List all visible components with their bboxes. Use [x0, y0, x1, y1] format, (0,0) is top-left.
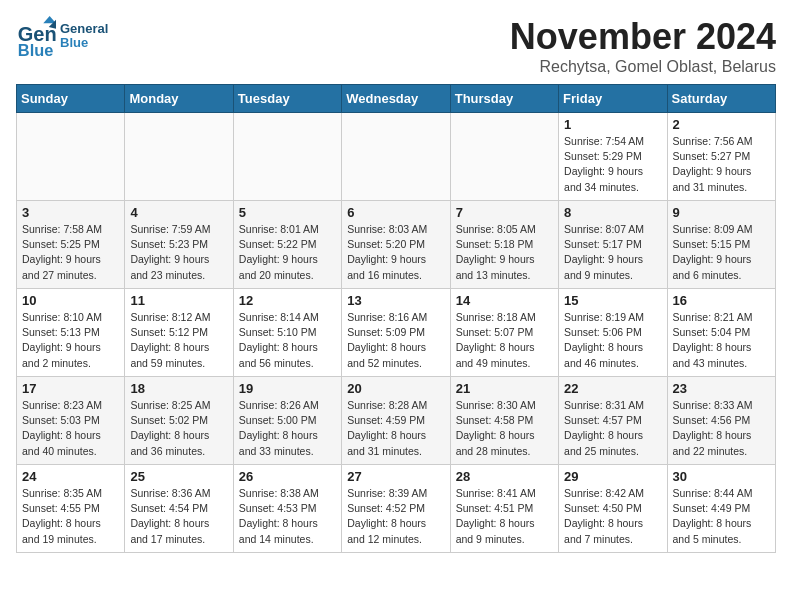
header-friday: Friday	[559, 85, 667, 113]
calendar-cell: 21Sunrise: 8:30 AM Sunset: 4:58 PM Dayli…	[450, 377, 558, 465]
day-number: 8	[564, 205, 661, 220]
calendar-cell	[342, 113, 450, 201]
calendar-cell: 14Sunrise: 8:18 AM Sunset: 5:07 PM Dayli…	[450, 289, 558, 377]
day-number: 21	[456, 381, 553, 396]
calendar-cell	[450, 113, 558, 201]
day-info: Sunrise: 8:38 AM Sunset: 4:53 PM Dayligh…	[239, 486, 336, 547]
calendar-week-2: 10Sunrise: 8:10 AM Sunset: 5:13 PM Dayli…	[17, 289, 776, 377]
day-info: Sunrise: 8:23 AM Sunset: 5:03 PM Dayligh…	[22, 398, 119, 459]
calendar-cell: 29Sunrise: 8:42 AM Sunset: 4:50 PM Dayli…	[559, 465, 667, 553]
day-number: 2	[673, 117, 770, 132]
calendar-cell: 9Sunrise: 8:09 AM Sunset: 5:15 PM Daylig…	[667, 201, 775, 289]
day-info: Sunrise: 8:03 AM Sunset: 5:20 PM Dayligh…	[347, 222, 444, 283]
day-number: 27	[347, 469, 444, 484]
location-title: Rechytsa, Gomel Oblast, Belarus	[510, 58, 776, 76]
calendar-header-row: SundayMondayTuesdayWednesdayThursdayFrid…	[17, 85, 776, 113]
header-thursday: Thursday	[450, 85, 558, 113]
day-number: 15	[564, 293, 661, 308]
svg-text:Blue: Blue	[18, 41, 53, 56]
day-info: Sunrise: 8:42 AM Sunset: 4:50 PM Dayligh…	[564, 486, 661, 547]
day-info: Sunrise: 8:07 AM Sunset: 5:17 PM Dayligh…	[564, 222, 661, 283]
day-number: 10	[22, 293, 119, 308]
day-info: Sunrise: 8:41 AM Sunset: 4:51 PM Dayligh…	[456, 486, 553, 547]
calendar-cell: 3Sunrise: 7:58 AM Sunset: 5:25 PM Daylig…	[17, 201, 125, 289]
day-number: 19	[239, 381, 336, 396]
calendar-cell	[125, 113, 233, 201]
calendar-cell: 23Sunrise: 8:33 AM Sunset: 4:56 PM Dayli…	[667, 377, 775, 465]
day-number: 1	[564, 117, 661, 132]
header-monday: Monday	[125, 85, 233, 113]
day-number: 14	[456, 293, 553, 308]
day-number: 22	[564, 381, 661, 396]
day-info: Sunrise: 7:54 AM Sunset: 5:29 PM Dayligh…	[564, 134, 661, 195]
day-info: Sunrise: 8:35 AM Sunset: 4:55 PM Dayligh…	[22, 486, 119, 547]
day-number: 18	[130, 381, 227, 396]
day-number: 6	[347, 205, 444, 220]
day-info: Sunrise: 8:18 AM Sunset: 5:07 PM Dayligh…	[456, 310, 553, 371]
day-info: Sunrise: 8:12 AM Sunset: 5:12 PM Dayligh…	[130, 310, 227, 371]
day-info: Sunrise: 8:30 AM Sunset: 4:58 PM Dayligh…	[456, 398, 553, 459]
day-info: Sunrise: 8:10 AM Sunset: 5:13 PM Dayligh…	[22, 310, 119, 371]
month-title: November 2024	[510, 16, 776, 58]
day-info: Sunrise: 8:09 AM Sunset: 5:15 PM Dayligh…	[673, 222, 770, 283]
logo: General Blue General Blue	[16, 16, 108, 56]
day-info: Sunrise: 8:14 AM Sunset: 5:10 PM Dayligh…	[239, 310, 336, 371]
header-wednesday: Wednesday	[342, 85, 450, 113]
calendar-cell: 8Sunrise: 8:07 AM Sunset: 5:17 PM Daylig…	[559, 201, 667, 289]
calendar-cell	[17, 113, 125, 201]
day-number: 24	[22, 469, 119, 484]
calendar-cell: 15Sunrise: 8:19 AM Sunset: 5:06 PM Dayli…	[559, 289, 667, 377]
calendar-cell: 18Sunrise: 8:25 AM Sunset: 5:02 PM Dayli…	[125, 377, 233, 465]
calendar-cell: 22Sunrise: 8:31 AM Sunset: 4:57 PM Dayli…	[559, 377, 667, 465]
day-number: 23	[673, 381, 770, 396]
calendar-cell: 28Sunrise: 8:41 AM Sunset: 4:51 PM Dayli…	[450, 465, 558, 553]
calendar-week-0: 1Sunrise: 7:54 AM Sunset: 5:29 PM Daylig…	[17, 113, 776, 201]
day-info: Sunrise: 8:33 AM Sunset: 4:56 PM Dayligh…	[673, 398, 770, 459]
calendar-cell: 13Sunrise: 8:16 AM Sunset: 5:09 PM Dayli…	[342, 289, 450, 377]
day-number: 12	[239, 293, 336, 308]
header-tuesday: Tuesday	[233, 85, 341, 113]
day-info: Sunrise: 8:01 AM Sunset: 5:22 PM Dayligh…	[239, 222, 336, 283]
calendar-cell: 24Sunrise: 8:35 AM Sunset: 4:55 PM Dayli…	[17, 465, 125, 553]
calendar-cell: 19Sunrise: 8:26 AM Sunset: 5:00 PM Dayli…	[233, 377, 341, 465]
calendar-cell: 10Sunrise: 8:10 AM Sunset: 5:13 PM Dayli…	[17, 289, 125, 377]
header-saturday: Saturday	[667, 85, 775, 113]
calendar-cell: 11Sunrise: 8:12 AM Sunset: 5:12 PM Dayli…	[125, 289, 233, 377]
day-info: Sunrise: 8:05 AM Sunset: 5:18 PM Dayligh…	[456, 222, 553, 283]
title-block: November 2024 Rechytsa, Gomel Oblast, Be…	[510, 16, 776, 76]
day-number: 20	[347, 381, 444, 396]
day-info: Sunrise: 8:19 AM Sunset: 5:06 PM Dayligh…	[564, 310, 661, 371]
day-number: 9	[673, 205, 770, 220]
calendar-cell: 6Sunrise: 8:03 AM Sunset: 5:20 PM Daylig…	[342, 201, 450, 289]
calendar-cell: 25Sunrise: 8:36 AM Sunset: 4:54 PM Dayli…	[125, 465, 233, 553]
day-info: Sunrise: 7:58 AM Sunset: 5:25 PM Dayligh…	[22, 222, 119, 283]
day-number: 26	[239, 469, 336, 484]
calendar-week-4: 24Sunrise: 8:35 AM Sunset: 4:55 PM Dayli…	[17, 465, 776, 553]
day-info: Sunrise: 8:44 AM Sunset: 4:49 PM Dayligh…	[673, 486, 770, 547]
day-info: Sunrise: 8:16 AM Sunset: 5:09 PM Dayligh…	[347, 310, 444, 371]
day-number: 5	[239, 205, 336, 220]
day-info: Sunrise: 8:25 AM Sunset: 5:02 PM Dayligh…	[130, 398, 227, 459]
calendar-cell: 26Sunrise: 8:38 AM Sunset: 4:53 PM Dayli…	[233, 465, 341, 553]
calendar-cell: 1Sunrise: 7:54 AM Sunset: 5:29 PM Daylig…	[559, 113, 667, 201]
calendar-cell: 17Sunrise: 8:23 AM Sunset: 5:03 PM Dayli…	[17, 377, 125, 465]
calendar-cell: 27Sunrise: 8:39 AM Sunset: 4:52 PM Dayli…	[342, 465, 450, 553]
day-number: 17	[22, 381, 119, 396]
calendar-week-1: 3Sunrise: 7:58 AM Sunset: 5:25 PM Daylig…	[17, 201, 776, 289]
day-info: Sunrise: 8:39 AM Sunset: 4:52 PM Dayligh…	[347, 486, 444, 547]
logo-line2: Blue	[60, 36, 108, 50]
calendar-cell: 2Sunrise: 7:56 AM Sunset: 5:27 PM Daylig…	[667, 113, 775, 201]
day-info: Sunrise: 8:31 AM Sunset: 4:57 PM Dayligh…	[564, 398, 661, 459]
calendar-table: SundayMondayTuesdayWednesdayThursdayFrid…	[16, 84, 776, 553]
calendar-cell	[233, 113, 341, 201]
page-header: General Blue General Blue November 2024 …	[16, 16, 776, 76]
calendar-cell: 20Sunrise: 8:28 AM Sunset: 4:59 PM Dayli…	[342, 377, 450, 465]
logo-line1: General	[60, 22, 108, 36]
day-number: 7	[456, 205, 553, 220]
header-sunday: Sunday	[17, 85, 125, 113]
calendar-cell: 7Sunrise: 8:05 AM Sunset: 5:18 PM Daylig…	[450, 201, 558, 289]
logo-icon: General Blue	[16, 16, 56, 56]
day-number: 29	[564, 469, 661, 484]
calendar-cell: 30Sunrise: 8:44 AM Sunset: 4:49 PM Dayli…	[667, 465, 775, 553]
calendar-week-3: 17Sunrise: 8:23 AM Sunset: 5:03 PM Dayli…	[17, 377, 776, 465]
